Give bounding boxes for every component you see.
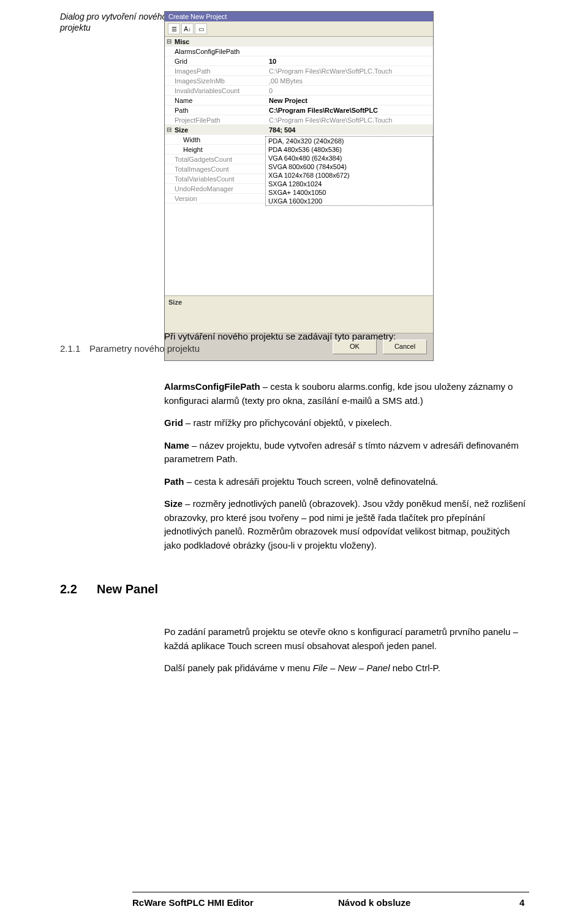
prop-key: Grid bbox=[173, 58, 266, 65]
category-label: Size bbox=[173, 126, 266, 134]
param-name: Size bbox=[164, 498, 183, 509]
size-dropdown[interactable]: PDA, 240x320 (240x268) PDA 480x536 (480x… bbox=[265, 136, 433, 206]
prop-key: Version bbox=[173, 195, 266, 202]
prop-value[interactable]: C:\Program Files\RcWare\SoftPLC bbox=[266, 107, 433, 114]
footer-product: RcWare SoftPLC HMI Editor bbox=[132, 897, 254, 908]
dropdown-option[interactable]: SXGA+ 1400x1050 bbox=[266, 188, 432, 197]
prop-value: C:\Program Files\RcWare\SoftPLC.Touch bbox=[266, 67, 433, 75]
section-number: 2.2 bbox=[60, 582, 77, 596]
prop-key: TotalGadgetsCount bbox=[173, 156, 266, 163]
prop-key: ImagesPath bbox=[173, 67, 266, 75]
dropdown-option[interactable]: UXGA 1600x1200 bbox=[266, 197, 432, 205]
param-name: AlarmsConfigFilePath bbox=[164, 381, 260, 392]
collapse-icon[interactable]: ⊟ bbox=[165, 38, 173, 45]
prop-row-alarms[interactable]: AlarmsConfigFilePath bbox=[165, 47, 433, 56]
prop-key: ImagesSizeInMb bbox=[173, 77, 266, 85]
param-desc: – rozměry jednotlivých panelů (obrazovek… bbox=[164, 498, 526, 550]
section-number: 2.1.1 bbox=[60, 343, 80, 354]
prop-key: InvalidVariablesCount bbox=[173, 87, 266, 94]
paragraph: Další panely pak přidáváme v menu File –… bbox=[164, 661, 529, 675]
footer-page-number: 4 bbox=[519, 897, 524, 908]
prop-key: Path bbox=[173, 107, 266, 114]
prop-row-imagessize[interactable]: ImagesSizeInMb,00 MBytes bbox=[165, 76, 433, 86]
dialog-toolbar: ☰ A↓ ▭ bbox=[165, 21, 433, 37]
prop-row-path[interactable]: PathC:\Program Files\RcWare\SoftPLC bbox=[165, 105, 433, 115]
dropdown-option[interactable]: SVGA 800x600 (784x504) bbox=[266, 162, 432, 171]
category-size[interactable]: ⊟ Size 784; 504 bbox=[165, 125, 433, 135]
category-label: Misc bbox=[173, 38, 266, 45]
intro-text: Při vytváření nového projektu se zadávaj… bbox=[164, 330, 529, 343]
prop-key: Name bbox=[173, 97, 266, 104]
dropdown-option[interactable]: PDA 480x536 (480x536) bbox=[266, 145, 432, 154]
prop-value: 0 bbox=[266, 87, 433, 94]
prop-row-invalid[interactable]: InvalidVariablesCount0 bbox=[165, 86, 433, 96]
section-title: Parametry nového projektu bbox=[89, 343, 200, 354]
prop-row-name[interactable]: NameNew Project bbox=[165, 96, 433, 105]
parameter-descriptions: AlarmsConfigFilePath – cesta k souboru a… bbox=[164, 380, 529, 561]
prop-value[interactable]: 784; 504 bbox=[266, 126, 433, 134]
prop-value[interactable]: New Project bbox=[266, 97, 433, 104]
paragraph: Po zadání parametrů projektu se otevře o… bbox=[164, 625, 529, 653]
dropdown-option[interactable]: SXGA 1280x1024 bbox=[266, 180, 432, 188]
prop-key: ProjectFilePath bbox=[173, 116, 266, 124]
prop-key: TotalImagesCount bbox=[173, 165, 266, 173]
footer-divider bbox=[132, 892, 529, 892]
dialog-titlebar: Create New Project bbox=[165, 12, 433, 21]
property-description: Size bbox=[165, 295, 433, 333]
prop-key: Width bbox=[173, 136, 266, 143]
prop-key: UndoRedoManager bbox=[173, 185, 266, 192]
figure-caption: Dialog pro vytvoření nového projektu bbox=[60, 11, 170, 33]
prop-row-grid[interactable]: Grid10 bbox=[165, 56, 433, 66]
param-desc: – cesta k adresáři projektu Touch screen… bbox=[184, 476, 439, 487]
param-desc: – rastr mřížky pro přichycování objektů,… bbox=[183, 417, 392, 428]
footer-doc-title: Návod k obsluze bbox=[338, 897, 410, 908]
create-project-dialog: Create New Project ☰ A↓ ▭ ⊟ Misc AlarmsC… bbox=[164, 11, 434, 361]
collapse-icon[interactable]: ⊟ bbox=[165, 126, 173, 133]
dropdown-option[interactable]: XGA 1024x768 (1008x672) bbox=[266, 171, 432, 180]
prop-value[interactable]: 10 bbox=[266, 58, 433, 65]
section-title: New Panel bbox=[97, 582, 158, 596]
prop-value: C:\Program Files\RcWare\SoftPLC.Touch bbox=[266, 116, 433, 124]
param-desc: – název projektu, bude vytvořen adresář … bbox=[164, 440, 519, 465]
property-grid: ⊟ Misc AlarmsConfigFilePath Grid10 Image… bbox=[165, 37, 433, 295]
param-name: Grid bbox=[164, 417, 183, 428]
alphabetical-icon[interactable]: A↓ bbox=[181, 23, 194, 34]
dropdown-option[interactable]: VGA 640x480 (624x384) bbox=[266, 154, 432, 162]
param-name: Path bbox=[164, 476, 184, 487]
property-pages-icon[interactable]: ▭ bbox=[195, 23, 207, 34]
prop-row-projectfilepath[interactable]: ProjectFilePathC:\Program Files\RcWare\S… bbox=[165, 115, 433, 125]
section-body: Po zadání parametrů projektu se otevře o… bbox=[164, 625, 529, 684]
dropdown-option[interactable]: PDA, 240x320 (240x268) bbox=[266, 137, 432, 145]
param-name: Name bbox=[164, 440, 189, 450]
category-misc[interactable]: ⊟ Misc bbox=[165, 37, 433, 47]
prop-row-imagespath[interactable]: ImagesPathC:\Program Files\RcWare\SoftPL… bbox=[165, 66, 433, 76]
prop-key: Height bbox=[173, 146, 266, 153]
prop-key: TotalVariablesCount bbox=[173, 175, 266, 183]
categorized-icon[interactable]: ☰ bbox=[168, 23, 180, 34]
prop-key: AlarmsConfigFilePath bbox=[173, 48, 266, 55]
prop-value: ,00 MBytes bbox=[266, 77, 433, 85]
